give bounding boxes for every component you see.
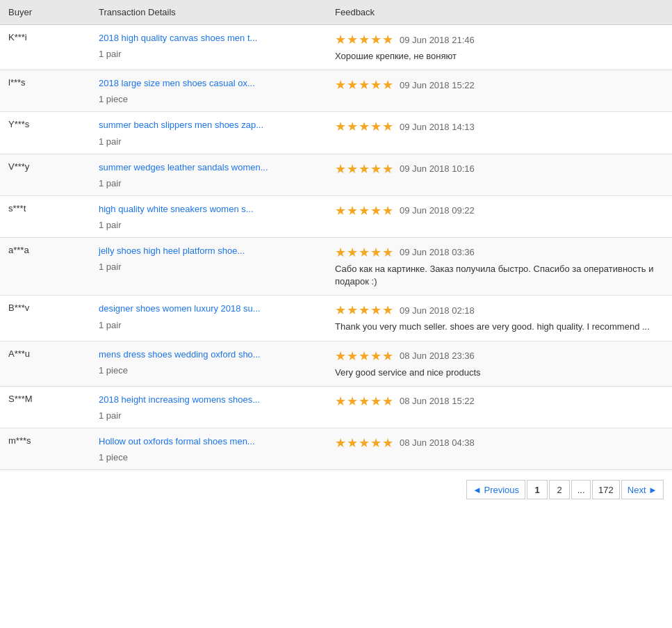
page-ellipsis: ... — [571, 480, 591, 499]
transaction-cell: 2018 large size men shoes casual ox...1 … — [90, 70, 327, 112]
feedback-cell: ★★★★★09 Jun 2018 09:22 — [327, 195, 672, 237]
feedback-cell: ★★★★★09 Jun 2018 15:22 — [327, 70, 672, 112]
quantity-label: 1 piece — [99, 452, 318, 462]
star-rating: ★★★★★ — [335, 203, 394, 218]
star-rating: ★★★★★ — [335, 348, 394, 364]
feedback-column-header: Feedback — [327, 0, 672, 25]
quantity-label: 1 pair — [99, 410, 318, 421]
buyer-cell: S***M — [0, 386, 90, 428]
transaction-link[interactable]: 2018 high quality canvas shoes men t... — [99, 33, 257, 43]
feedback-date: 08 Jun 2018 04:38 — [400, 437, 475, 448]
feedback-cell: ★★★★★09 Jun 2018 14:13 — [327, 112, 672, 154]
quantity-label: 1 pair — [99, 220, 318, 230]
transaction-link[interactable]: 2018 height increasing womens shoes... — [99, 394, 260, 405]
transaction-link[interactable]: high quality white sneakers women s... — [99, 204, 254, 214]
quantity-label: 1 pair — [99, 136, 318, 147]
transaction-column-header: Transaction Details — [90, 0, 327, 25]
feedback-text: Сабо как на картинке. Заказ получила быс… — [335, 263, 664, 288]
transaction-link[interactable]: 2018 large size men shoes casual ox... — [99, 78, 255, 88]
feedback-date: 09 Jun 2018 02:18 — [400, 305, 475, 316]
star-rating: ★★★★★ — [335, 77, 394, 92]
buyer-cell: A***u — [0, 341, 90, 386]
page-172-button[interactable]: 172 — [592, 480, 620, 499]
feedback-text: Хорошие крепкие, не воняют — [335, 50, 664, 63]
page-1-button[interactable]: 1 — [527, 480, 548, 499]
buyer-cell: a***a — [0, 237, 90, 295]
table-row: K***i2018 high quality canvas shoes men … — [0, 25, 672, 70]
transaction-cell: jelly shoes high heel platform shoe...1 … — [90, 237, 327, 295]
table-row: s***thigh quality white sneakers women s… — [0, 195, 672, 237]
previous-button[interactable]: ◄ Previous — [466, 480, 525, 499]
feedback-cell: ★★★★★09 Jun 2018 03:36Сабо как на картин… — [327, 237, 672, 295]
table-row: B***vdesigner shoes women luxury 2018 su… — [0, 296, 672, 341]
quantity-label: 1 pair — [99, 49, 318, 59]
transaction-cell: mens dress shoes wedding oxford sho...1 … — [90, 341, 327, 386]
table-row: Y***ssummer beach slippers men shoes zap… — [0, 112, 672, 154]
star-rating: ★★★★★ — [335, 394, 394, 409]
feedback-date: 09 Jun 2018 15:22 — [400, 80, 475, 90]
transaction-link[interactable]: summer wedges leather sandals women... — [99, 162, 268, 172]
quantity-label: 1 pair — [99, 320, 318, 330]
transaction-cell: Hollow out oxfords formal shoes men...1 … — [90, 428, 327, 469]
transaction-cell: high quality white sneakers women s...1 … — [90, 195, 327, 237]
transaction-link[interactable]: mens dress shoes wedding oxford sho... — [99, 349, 261, 360]
feedback-cell: ★★★★★09 Jun 2018 21:46Хорошие крепкие, н… — [327, 25, 672, 70]
table-row: a***ajelly shoes high heel platform shoe… — [0, 237, 672, 295]
transaction-cell: 2018 high quality canvas shoes men t...1… — [90, 25, 327, 70]
feedback-date: 09 Jun 2018 03:36 — [400, 247, 475, 257]
buyer-cell: V***y — [0, 154, 90, 195]
star-rating: ★★★★★ — [335, 245, 394, 260]
feedback-date: 08 Jun 2018 15:22 — [400, 396, 475, 406]
buyer-cell: m***s — [0, 428, 90, 469]
transaction-cell: summer beach slippers men shoes zap...1 … — [90, 112, 327, 154]
table-row: S***M2018 height increasing womens shoes… — [0, 386, 672, 428]
table-header-row: Buyer Transaction Details Feedback — [0, 0, 672, 25]
star-rating: ★★★★★ — [335, 435, 394, 451]
buyer-cell: B***v — [0, 296, 90, 341]
transaction-cell: designer shoes women luxury 2018 su...1 … — [90, 296, 327, 341]
table-row: V***ysummer wedges leather sandals women… — [0, 154, 672, 195]
transaction-link[interactable]: summer beach slippers men shoes zap... — [99, 120, 263, 130]
feedback-date: 08 Jun 2018 23:36 — [400, 351, 475, 361]
table-row: m***sHollow out oxfords formal shoes men… — [0, 428, 672, 469]
next-button[interactable]: Next ► — [621, 480, 664, 499]
buyer-cell: Y***s — [0, 112, 90, 154]
reviews-container: Buyer Transaction Details Feedback K***i… — [0, 0, 672, 628]
star-rating: ★★★★★ — [335, 161, 394, 177]
buyer-cell: l***s — [0, 70, 90, 112]
buyer-cell: K***i — [0, 25, 90, 70]
feedback-cell: ★★★★★08 Jun 2018 15:22 — [327, 386, 672, 428]
quantity-label: 1 piece — [99, 94, 318, 104]
feedback-date: 09 Jun 2018 10:16 — [400, 163, 475, 174]
page-2-button[interactable]: 2 — [549, 480, 570, 499]
quantity-label: 1 pair — [99, 261, 318, 272]
feedback-cell: ★★★★★08 Jun 2018 04:38 — [327, 428, 672, 469]
table-row: l***s2018 large size men shoes casual ox… — [0, 70, 672, 112]
quantity-label: 1 piece — [99, 365, 318, 376]
quantity-label: 1 pair — [99, 178, 318, 188]
transaction-cell: summer wedges leather sandals women...1 … — [90, 154, 327, 195]
pagination: ◄ Previous 1 2 ... 172 Next ► — [0, 470, 672, 509]
feedback-text: Very good service and nice products — [335, 367, 664, 379]
feedback-cell: ★★★★★09 Jun 2018 10:16 — [327, 154, 672, 195]
feedback-cell: ★★★★★09 Jun 2018 02:18Thank you very muc… — [327, 296, 672, 341]
transaction-link[interactable]: jelly shoes high heel platform shoe... — [99, 245, 245, 256]
transaction-cell: 2018 height increasing womens shoes...1 … — [90, 386, 327, 428]
star-rating: ★★★★★ — [335, 32, 394, 47]
transaction-link[interactable]: Hollow out oxfords formal shoes men... — [99, 436, 255, 446]
transaction-link[interactable]: designer shoes women luxury 2018 su... — [99, 303, 261, 314]
feedback-cell: ★★★★★08 Jun 2018 23:36Very good service … — [327, 341, 672, 386]
feedback-date: 09 Jun 2018 21:46 — [400, 35, 475, 45]
feedback-date: 09 Jun 2018 14:13 — [400, 122, 475, 132]
star-rating: ★★★★★ — [335, 303, 394, 318]
feedback-date: 09 Jun 2018 09:22 — [400, 205, 475, 216]
buyer-column-header: Buyer — [0, 0, 90, 25]
table-row: A***umens dress shoes wedding oxford sho… — [0, 341, 672, 386]
reviews-table: Buyer Transaction Details Feedback K***i… — [0, 0, 672, 470]
star-rating: ★★★★★ — [335, 119, 394, 134]
feedback-text: Thank you very much seller. shoes are ve… — [335, 321, 664, 333]
buyer-cell: s***t — [0, 195, 90, 237]
